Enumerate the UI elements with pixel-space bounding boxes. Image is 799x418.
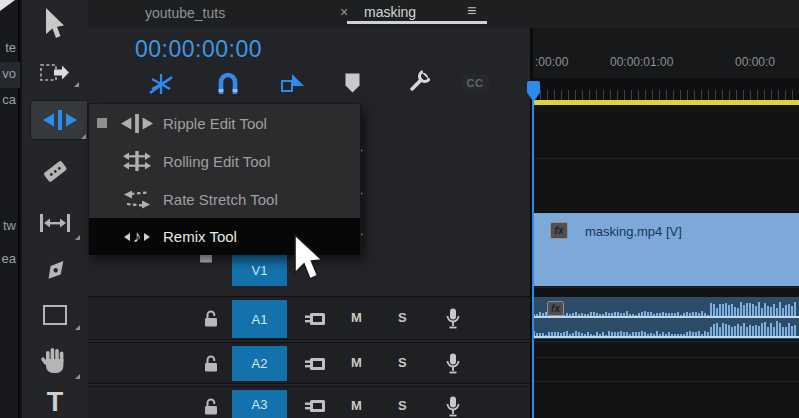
a3-solo-toggle[interactable]: S [398,398,407,413]
ripple-edit-icon [117,114,157,133]
music-note-glyph: ♪ [133,228,142,245]
a2-solo-toggle[interactable]: S [398,355,407,370]
a2-mute-toggle[interactable]: M [351,355,362,370]
nest-sequences-toggle[interactable] [148,72,176,96]
rectangle-tool-button[interactable] [22,298,88,332]
ripple-edit-icon [43,110,77,130]
rectangle-icon [43,305,67,325]
timeline-track-area[interactable]: fx masking.mp4 [V] fx [533,105,799,418]
a2-voiceover-record-button[interactable] [446,353,460,378]
menu-item-label: Remix Tool [163,228,237,245]
menu-item-rate-stretch-tool[interactable]: Rate Stretch Tool [89,180,360,218]
left-panel-item: ca [2,92,16,107]
snap-toggle[interactable] [216,72,240,96]
panel-menu-icon[interactable]: ≡ [467,2,476,20]
razor-tool-button[interactable] [22,152,88,190]
a3-voiceover-record-button[interactable] [446,396,460,418]
video-clip-masking[interactable]: fx masking.mp4 [V] [533,212,799,286]
ripple-edit-tool-button[interactable] [30,100,88,140]
unlock-icon [203,355,219,372]
sync-lock-icon [304,398,328,414]
track-target-a3[interactable]: A3 [232,390,287,418]
selection-arrow-icon [43,8,67,40]
waveform-baseline [533,336,799,338]
nest-sequences-icon [148,72,174,96]
tab-youtube-tuts[interactable]: youtube_tuts [145,5,225,21]
captions-button[interactable]: CC [461,74,489,91]
marker-icon [344,72,361,94]
ruler-ticks [533,78,799,100]
cropped-left-panel: te vo ca tw ea [0,0,20,418]
left-panel-item: te [5,40,16,55]
hand-tool-button[interactable] [22,340,88,380]
playhead-line [532,100,534,418]
premiere-pro-timeline-panel: te vo ca tw ea [0,0,799,418]
track-target-v1[interactable]: V1 [232,255,287,286]
tab-masking[interactable]: masking [364,4,416,20]
menu-item-label: Ripple Edit Tool [163,115,267,132]
video-clip-label: masking.mp4 [V] [585,224,682,239]
track-select-forward-tool-button[interactable] [22,56,88,90]
ruler-tick-label: 00:00:0 [735,55,775,69]
a1-mute-toggle[interactable]: M [351,310,362,325]
unlock-icon [203,310,219,327]
fx-badge-label: fx [551,303,560,314]
a3-lock-toggle[interactable] [203,398,219,418]
track-separator [533,287,799,288]
microphone-icon [446,396,460,417]
a3-sync-lock-toggle[interactable] [304,398,328,418]
microphone-icon [446,353,460,374]
left-panel-item: ea [2,251,16,266]
linked-selection-toggle[interactable] [280,72,306,96]
a2-sync-lock-toggle[interactable] [304,356,328,376]
a1-lock-toggle[interactable] [203,310,219,331]
fx-badge[interactable]: fx [547,301,564,316]
magnet-icon [216,72,240,96]
track-target-a2[interactable]: A2 [232,346,287,381]
work-area-bar[interactable] [533,100,799,105]
tool-flyout-indicator [74,82,79,87]
type-tool-glyph: T [47,387,64,418]
selection-tool-button[interactable] [22,6,88,42]
type-tool-button[interactable]: T [22,386,88,418]
slip-icon [39,213,71,233]
track-separator [533,381,799,382]
a3-mute-toggle[interactable]: M [351,398,362,413]
timeline-settings-button[interactable] [406,70,430,96]
a1-sync-lock-toggle[interactable] [304,311,328,331]
audio-track-row-a1: A1 M S [88,296,530,340]
menu-item-rolling-edit-tool[interactable]: Rolling Edit Tool [89,142,360,180]
audio-waveform-ch2 [533,319,799,336]
right-arrow-glyph [144,233,150,241]
slip-tool-button[interactable] [22,204,88,242]
add-marker-button[interactable] [344,72,362,96]
razor-icon [40,156,70,186]
fx-badge[interactable]: fx [550,222,568,239]
a2-lock-toggle[interactable] [203,355,219,376]
active-tab-underline [347,21,487,24]
pen-tool-button[interactable] [22,252,88,290]
tool-flyout-menu: Ripple Edit Tool Rolling Edit Tool [88,103,361,254]
track-separator [533,357,799,358]
tool-flyout-indicator [75,325,80,330]
ruler-tick-label: 00:00:01:00 [610,55,673,69]
menu-item-ripple-edit-tool[interactable]: Ripple Edit Tool [89,104,360,142]
time-ruler[interactable]: :00:00 00:00:01:00 00:00:0 [533,28,799,100]
pen-icon [40,256,70,286]
audio-clip-masking[interactable]: fx [533,297,799,339]
ruler-tick-label: :00:00 [535,55,568,69]
left-panel-item: tw [3,218,16,233]
sync-lock-icon [304,311,328,327]
microphone-icon [446,308,460,329]
selected-tool-indicator [97,118,107,128]
remix-tool-icon: ♪ [117,228,157,245]
track-target-a1[interactable]: A1 [232,300,287,338]
track-separator [533,158,799,159]
playhead-timecode[interactable]: 00:00:00:00 [135,36,262,63]
tab-close-icon[interactable]: × [340,4,348,20]
tool-flyout-indicator [75,374,80,379]
a1-voiceover-record-button[interactable] [446,308,460,333]
a1-solo-toggle[interactable]: S [398,310,407,325]
track-select-forward-icon [40,62,70,84]
left-panel-item: vo [2,66,16,81]
